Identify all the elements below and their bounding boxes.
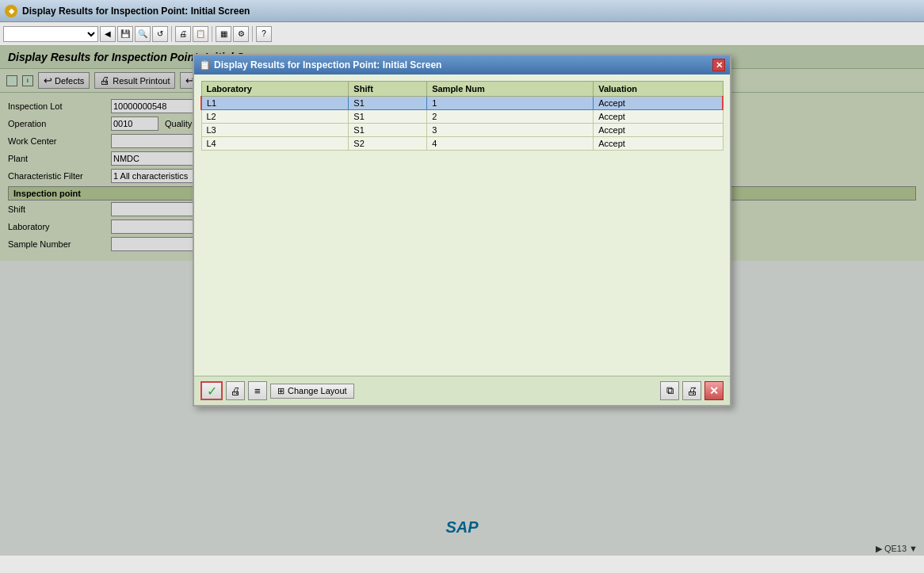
modal-footer: ✓ 🖨 ≡ ⊞ Change Layout ⧉ 🖨	[194, 376, 730, 405]
top-bar: ◆ Display Results for Inspection Point: …	[0, 0, 924, 22]
cell-sampleNum: 1	[427, 97, 594, 110]
sep1	[171, 26, 172, 42]
layout-icon: ⊞	[277, 386, 284, 396]
modal-dialog: 📋 Display Results for Inspection Point: …	[193, 54, 731, 407]
cell-laboratory: L3	[201, 124, 349, 137]
col-sample-num: Sample Num	[427, 82, 594, 97]
main-area: Display Results for Inspection Point: In…	[0, 46, 924, 556]
modal-title: 📋 Display Results for Inspection Point: …	[199, 59, 441, 71]
modal-close-button[interactable]: ✕	[712, 59, 725, 71]
cell-sampleNum: 4	[427, 137, 594, 151]
modal-title-bar: 📋 Display Results for Inspection Point: …	[194, 55, 730, 74]
cell-shift: S2	[349, 137, 427, 151]
cell-valuation: Accept	[594, 137, 723, 151]
col-shift: Shift	[349, 82, 427, 97]
table-row[interactable]: L2S12Accept	[201, 110, 723, 124]
cell-laboratory: L2	[201, 110, 349, 124]
sep2	[212, 26, 212, 42]
modal-overlay: 📋 Display Results for Inspection Point: …	[0, 46, 924, 556]
copy-btn[interactable]: 📋	[193, 26, 208, 42]
col-laboratory: Laboratory	[201, 82, 349, 97]
cell-shift: S1	[349, 124, 427, 137]
copy-icon: ⧉	[666, 384, 674, 397]
confirm-button[interactable]: ✓	[200, 381, 223, 400]
find-btn[interactable]: 🔍	[135, 26, 151, 42]
print-button[interactable]: 🖨	[226, 381, 245, 400]
results-table: Laboratory Shift Sample Num Valuation L1…	[200, 81, 724, 151]
modal-footer-close-button[interactable]: ✕	[704, 381, 724, 400]
cell-shift: S1	[349, 97, 427, 110]
cell-sampleNum: 2	[427, 110, 594, 124]
help-btn[interactable]: ?	[256, 26, 272, 42]
filter-btn[interactable]: ▦	[216, 26, 231, 42]
settings-btn[interactable]: ⚙	[233, 26, 249, 42]
cell-laboratory: L4	[201, 137, 349, 151]
copy-button[interactable]: ⧉	[660, 381, 679, 400]
sep3	[252, 26, 253, 42]
print2-icon: ≡	[254, 385, 261, 397]
refresh-btn[interactable]: ↺	[152, 26, 168, 42]
table-header-row: Laboratory Shift Sample Num Valuation	[201, 82, 723, 97]
table-row[interactable]: L1S11Accept	[201, 97, 723, 110]
cell-valuation: Accept	[594, 110, 723, 124]
close-icon: ✕	[709, 384, 719, 397]
cell-shift: S1	[349, 110, 427, 124]
top-bar-title: Display Results for Inspection Point: In…	[22, 6, 250, 17]
print2-button[interactable]: ≡	[248, 381, 267, 400]
export-icon: 🖨	[687, 385, 697, 397]
cell-valuation: Accept	[594, 97, 723, 110]
table-row[interactable]: L3S13Accept	[201, 124, 723, 137]
command-dropdown[interactable]	[3, 26, 98, 42]
table-row[interactable]: L4S24Accept	[201, 137, 723, 151]
print-btn[interactable]: 🖨	[175, 26, 191, 42]
app-icon: ◆	[5, 5, 17, 17]
change-layout-button[interactable]: ⊞ Change Layout	[270, 384, 354, 399]
cell-sampleNum: 3	[427, 124, 594, 137]
printer-icon: 🖨	[231, 385, 241, 397]
change-layout-label: Change Layout	[288, 386, 347, 395]
export-button[interactable]: 🖨	[682, 381, 701, 400]
back-btn[interactable]: ◀	[100, 26, 116, 42]
modal-content: Laboratory Shift Sample Num Valuation L1…	[194, 74, 730, 376]
save-btn[interactable]: 💾	[117, 26, 133, 42]
modal-title-text: Display Results for Inspection Point: In…	[214, 59, 441, 71]
col-valuation: Valuation	[594, 82, 723, 97]
modal-title-icon: 📋	[199, 59, 211, 71]
cell-valuation: Accept	[594, 124, 723, 137]
check-icon: ✓	[207, 384, 217, 399]
toolbar: ◀ 💾 🔍 ↺ 🖨 📋 ▦ ⚙ ?	[0, 22, 924, 46]
cell-laboratory: L1	[201, 97, 349, 110]
